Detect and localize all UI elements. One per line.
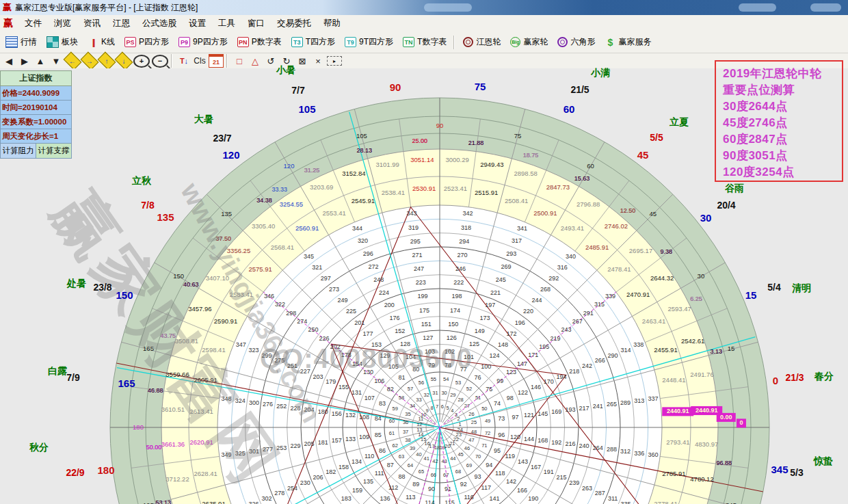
- svg-text:143: 143: [518, 458, 528, 465]
- tool-zoom-in[interactable]: +: [133, 55, 150, 68]
- svg-text:2478.41: 2478.41: [607, 265, 631, 273]
- toolbar-button-gann-wheel[interactable]: 江恩轮: [459, 35, 505, 49]
- menu-item-2[interactable]: 资讯: [77, 16, 107, 31]
- svg-text:247: 247: [414, 265, 424, 272]
- toolbar-button-kline[interactable]: ||K线: [83, 35, 119, 49]
- menu-item-1[interactable]: 浏览: [48, 16, 77, 31]
- toolbar-label-winner-wheel: 赢家轮: [523, 36, 548, 48]
- toolbar-button-quotes[interactable]: 行情: [1, 35, 41, 49]
- tool-draw-rect[interactable]: □: [233, 55, 246, 67]
- tool-scroll-right[interactable]: ▶: [18, 55, 31, 67]
- tool-pan-left[interactable]: ←: [64, 52, 82, 70]
- toolbar-separator: [226, 54, 228, 68]
- svg-text:3508.81: 3508.81: [175, 337, 198, 345]
- toolbar-button-t-number-table[interactable]: TNT数字表: [399, 35, 451, 49]
- svg-text:129: 129: [380, 352, 390, 359]
- svg-text:239: 239: [569, 479, 579, 486]
- tool-time-scale[interactable]: T↓: [177, 55, 191, 67]
- toolbar-button-hexagon[interactable]: 六角形: [553, 35, 599, 49]
- svg-text:242: 242: [582, 362, 592, 369]
- svg-text:26: 26: [468, 411, 474, 417]
- quotes-icon: [5, 36, 18, 48]
- svg-text:120: 120: [284, 162, 295, 170]
- svg-text:149: 149: [475, 328, 485, 334]
- toolbar-button-p-square[interactable]: PSP四方形: [120, 35, 173, 49]
- toolbar-button-winner-service[interactable]: $赢家服务: [600, 35, 655, 49]
- menu-item-5[interactable]: 设置: [183, 16, 212, 31]
- annotation-line-3: 45度2746点: [723, 115, 842, 131]
- svg-text:45: 45: [458, 451, 463, 457]
- tool-fit-box[interactable]: ⊠: [295, 55, 309, 67]
- tool-cls-button[interactable]: Cls: [193, 55, 207, 67]
- annotation-line-2: 30度2644点: [723, 98, 842, 115]
- svg-text:315: 315: [594, 301, 605, 308]
- toolbar-button-t-square[interactable]: T3T四方形: [287, 35, 339, 49]
- sectors-icon: [47, 36, 59, 48]
- menu-item-6[interactable]: 工具: [212, 16, 241, 31]
- svg-text:71: 71: [481, 442, 487, 449]
- tool-calendar[interactable]: 21: [209, 54, 224, 68]
- tool-pan-right[interactable]: →: [81, 52, 99, 70]
- svg-text:290: 290: [608, 352, 618, 359]
- tool-pan-down[interactable]: ↓: [115, 52, 133, 70]
- winner-service-icon: $: [605, 37, 615, 47]
- tool-draw-triangle[interactable]: △: [248, 55, 262, 67]
- tool-cross-tool[interactable]: ×: [311, 55, 325, 67]
- tool-pan-up[interactable]: ↑: [98, 52, 116, 70]
- svg-text:2485.91: 2485.91: [585, 243, 609, 251]
- tool-rotate-cw[interactable]: ↻: [280, 55, 293, 67]
- calc-resistance-button[interactable]: 计算阻力: [0, 144, 36, 159]
- tool-zoom-out[interactable]: −: [152, 55, 168, 68]
- tool-page-up[interactable]: ▲: [34, 55, 47, 67]
- toolbar-button-9p-square[interactable]: P99P四方形: [174, 35, 232, 49]
- tool-page-down[interactable]: ▼: [49, 55, 63, 67]
- svg-text:32: 32: [424, 392, 429, 398]
- svg-text:157: 157: [332, 437, 342, 444]
- tool-select-tool[interactable]: ▸: [327, 56, 342, 66]
- svg-text:2605.91: 2605.91: [194, 376, 217, 384]
- svg-text:2796.88: 2796.88: [577, 200, 600, 208]
- svg-text:73: 73: [498, 415, 505, 422]
- svg-text:311: 311: [608, 495, 618, 502]
- toolbar-button-sectors[interactable]: 板块: [42, 35, 82, 49]
- svg-text:2635.91: 2635.91: [202, 500, 225, 504]
- svg-text:87: 87: [387, 462, 394, 468]
- p-square-icon: PS: [124, 37, 136, 47]
- svg-text:2746.02: 2746.02: [605, 222, 628, 230]
- menu-item-8[interactable]: 交易委托: [271, 16, 317, 31]
- menu-item-7[interactable]: 窗口: [241, 16, 271, 31]
- svg-text:174: 174: [450, 307, 460, 314]
- svg-text:90: 90: [436, 122, 444, 129]
- toolbar-button-9t-square[interactable]: T99T四方形: [341, 35, 397, 49]
- menu-item-0[interactable]: 文件: [18, 16, 48, 31]
- svg-text:339: 339: [605, 293, 615, 300]
- menu-item-9[interactable]: 帮助: [317, 16, 347, 31]
- svg-text:2949.43: 2949.43: [480, 161, 503, 168]
- svg-text:76: 76: [474, 374, 481, 381]
- calc-support-button[interactable]: 计算支撑: [36, 144, 72, 159]
- svg-text:59: 59: [393, 406, 398, 412]
- tool-rotate-ccw[interactable]: ↺: [264, 55, 278, 67]
- svg-text:30: 30: [698, 272, 705, 280]
- menu-item-4[interactable]: 公式选股: [136, 16, 183, 31]
- toolbar-button-p-number-table[interactable]: PNP数字表: [233, 35, 286, 49]
- svg-text:105: 105: [356, 132, 367, 140]
- 9p-square-icon: P9: [178, 37, 190, 47]
- svg-text:37.50: 37.50: [216, 235, 232, 242]
- toolbar-button-winner-wheel[interactable]: Big赢家轮: [506, 35, 552, 49]
- svg-text:226: 226: [319, 335, 329, 342]
- menu-item-3[interactable]: 江恩: [107, 16, 136, 31]
- tool-scroll-left[interactable]: ◀: [2, 55, 16, 67]
- svg-text:113: 113: [406, 494, 415, 501]
- svg-text:2613.41: 2613.41: [190, 408, 213, 415]
- svg-text:205: 205: [304, 440, 314, 447]
- svg-text:3152.84: 3152.84: [342, 170, 365, 177]
- svg-text:2785.91: 2785.91: [662, 470, 685, 477]
- svg-text:69: 69: [466, 462, 472, 468]
- svg-text:119: 119: [505, 453, 515, 460]
- svg-text:324: 324: [235, 397, 246, 404]
- svg-text:340: 340: [566, 253, 576, 260]
- toolbar-label-9t-square: 9T四方形: [359, 36, 393, 48]
- svg-text:34.38: 34.38: [256, 197, 272, 204]
- svg-text:62: 62: [393, 442, 398, 449]
